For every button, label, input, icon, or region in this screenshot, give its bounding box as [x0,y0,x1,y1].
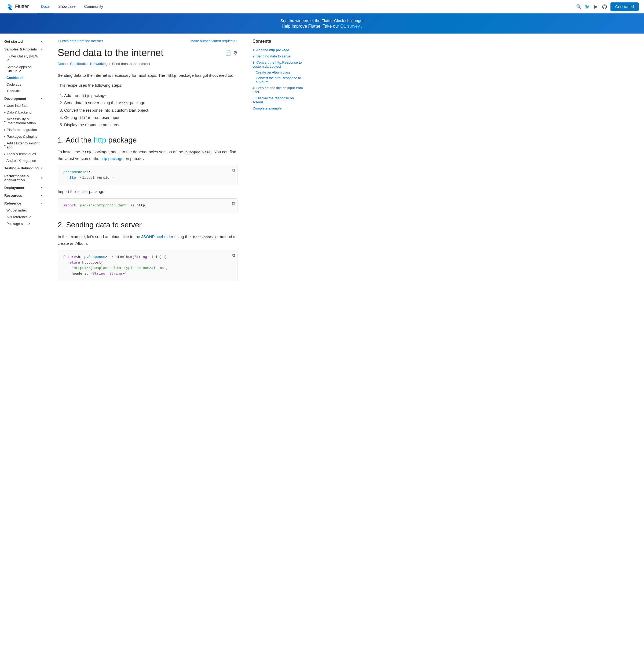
sidebar-section-deployment: Deployment ▾ [0,184,47,191]
banner-line2-prefix: Help improve Flutter! Take our [282,24,340,28]
sidebar-item-api-reference[interactable]: API reference ↗ [0,214,47,220]
breadcrumb-current: Send data to the internet [112,62,150,66]
code-create-album-line3: 'https://jsonplaceholder.typicode.com/al… [63,265,232,271]
jsonplaceholder-link[interactable]: JSONPlaceholder [141,234,173,239]
copy-button-2[interactable]: ⧉ [232,201,235,208]
toc-item-create-album[interactable]: Create an Album class [253,69,303,75]
sidebar-item-tools[interactable]: ▸ Tools & techniques [0,151,47,157]
main-content: ‹ Fetch data from the internet Make auth… [47,34,248,671]
sidebar-section-resources: Resources ▾ [0,192,47,199]
section1-paragraph2: Import the http package. [58,188,237,195]
sidebar-section-testing: Testing & debugging ▾ [0,165,47,172]
sidebar-deployment-header[interactable]: Deployment ▾ [0,184,47,191]
sidebar-item-codelabs[interactable]: Codelabs [0,81,47,88]
code-block-import: ⧉ import 'package:http/http.dart' as htt… [58,198,237,213]
edit-icon[interactable]: 📄 [225,50,231,56]
sidebar-item-platform-integration[interactable]: ▸ Platform integration [0,126,47,133]
chevron-down-icon-perf: ▾ [41,177,42,179]
toc-item-2[interactable]: 2. Sending data to server [253,53,303,59]
sidebar-item-accessibility[interactable]: ▸ Accessibility & internationalization [0,116,47,126]
nav-community[interactable]: Community [80,0,107,13]
copy-button-1[interactable]: ⧉ [232,167,235,175]
sidebar: Get started ▾ Samples & tutorials ▾ Flut… [0,34,47,671]
toc-item-convert-response[interactable]: Convert the http.Response to a Album [253,75,303,85]
sidebar-section-get-started: Get started ▾ [0,38,47,45]
breadcrumb-sep2: › [88,62,89,66]
sidebar-item-add-flutter[interactable]: ▸ Add Flutter to existing app [0,140,47,151]
github-icon[interactable] [602,4,607,9]
sidebar-get-started-header[interactable]: Get started ▾ [0,38,47,45]
nav-showcase[interactable]: Showcase [54,0,80,13]
sidebar-testing-header[interactable]: Testing & debugging ▾ [0,165,47,172]
next-page-link[interactable]: Make authenticated requests › [191,39,237,43]
twitter-icon[interactable]: 🐦 [585,4,590,9]
prev-page-link[interactable]: ‹ Fetch data from the internet [58,39,103,43]
arrow-right-icon: ▸ [4,111,5,114]
banner-survey-link[interactable]: Q1 survey [340,24,360,28]
search-icon[interactable]: 🔍 [576,4,581,9]
sidebar-item-widget-index[interactable]: Widget index [0,207,47,214]
chevron-down-icon-test: ▾ [41,167,42,169]
sidebar-performance-header[interactable]: Performance & optimization ▾ [0,172,47,183]
chevron-up-icon: ▾ [41,48,42,51]
sidebar-item-tutorials[interactable]: Tutorials [0,88,47,94]
section2-heading: 2. Sending data to server [58,220,237,229]
sidebar-reference-header[interactable]: Reference ▾ [0,200,47,207]
sidebar-item-packages[interactable]: ▸ Packages & plugins [0,133,47,140]
section1-paragraph1: To install the http package, add it to t… [58,149,237,162]
youtube-icon[interactable]: ▶ [593,4,598,9]
nav-docs[interactable]: Docs [37,0,54,13]
toc-item-3[interactable]: 3. Convert the http.Response to custom d… [253,59,303,69]
logo[interactable]: Flutter [5,3,29,11]
sidebar-item-data-backend[interactable]: ▸ Data & backend [0,109,47,116]
table-of-contents: Contents 1. Add the http package 2. Send… [248,34,307,671]
step-2: Send data to server using the http packa… [64,99,237,106]
banner-line1: See the winners of the Flutter Clock cha… [5,18,639,23]
section1-heading: 1. Add the http package [58,136,237,144]
code-block-create-album: ⧉ Future<http.Response> createAlbum(Stri… [58,250,237,281]
sidebar-item-user-interface[interactable]: ▸ User interface [0,102,47,109]
settings-icon[interactable]: ⚙ [233,50,237,56]
http-package-link[interactable]: http package [100,156,124,161]
sidebar-item-sample-apps[interactable]: Sample apps on GitHub ↗ [0,64,47,74]
sidebar-section-samples: Samples & tutorials ▾ Flutter Gallery [N… [0,46,47,94]
toc-item-complete[interactable]: Complete example [253,105,303,111]
toc-item-1[interactable]: 1. Add the http package [253,47,303,53]
breadcrumb-docs[interactable]: Docs [58,62,66,66]
header-actions: 🔍 🐦 ▶ Get started [576,2,639,11]
arrow-right-icon: ▸ [4,144,5,147]
copy-button-3[interactable]: ⧉ [232,252,235,259]
sidebar-item-flutter-gallery[interactable]: Flutter Gallery [NEW] ↗ [0,53,47,64]
page-layout: Get started ▾ Samples & tutorials ▾ Flut… [0,34,644,671]
breadcrumb-cookbook[interactable]: Cookbook [70,62,86,66]
main-nav: Docs Showcase Community [37,0,576,13]
http-code-1: http [166,74,177,78]
intro-paragraph-1: Sending data to the internet is necessar… [58,72,237,79]
sidebar-item-cookbook[interactable]: Cookbook [0,74,47,81]
sidebar-item-package-site[interactable]: Package site ↗ [0,220,47,227]
toc-item-4[interactable]: 4. Let's get the title as input from use… [253,85,303,95]
code-create-album-line2: return http.post( [63,260,232,266]
toc-item-5[interactable]: 5. Display the response on screen. [253,95,303,105]
arrow-right-icon: ▸ [4,104,5,107]
chevron-up-icon-ref: ▾ [41,202,42,205]
get-started-button[interactable]: Get started [610,2,639,11]
breadcrumb-sep1: › [67,62,68,66]
breadcrumb: Docs › Cookbook › Networking › Send data… [58,62,237,66]
arrow-right-icon: ▸ [4,120,5,123]
sidebar-section-development: Development ▾ ▸ User interface ▸ Data & … [0,95,47,164]
arrow-right-icon: ▸ [4,152,5,155]
sidebar-resources-header[interactable]: Resources ▾ [0,192,47,199]
sidebar-development-header[interactable]: Development ▾ [0,95,47,102]
arrow-right-icon: ▸ [4,128,5,131]
section2-paragraph1: In this example, let's send an album tit… [58,233,237,246]
page-title: Send data to the internet [58,47,164,59]
breadcrumb-networking[interactable]: Networking [90,62,107,66]
intro-paragraph-2: This recipe uses the following steps: [58,82,237,89]
steps-list: Add the http package. Send data to serve… [64,92,237,128]
code-create-album-line4: headers: <String, String>{ [63,271,232,277]
sidebar-item-androidx[interactable]: AndroidX migration [0,157,47,164]
page-title-row: Send data to the internet 📄 ⚙ [58,47,237,59]
sidebar-samples-header[interactable]: Samples & tutorials ▾ [0,46,47,53]
banner-line2-suffix: . [361,24,362,28]
